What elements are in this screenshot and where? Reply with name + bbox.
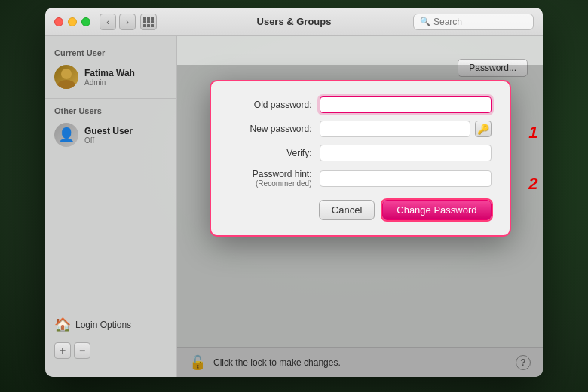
house-icon: 🏠 (54, 317, 71, 333)
user-info: Fatima Wah Admin (84, 68, 135, 87)
titlebar: ‹ › Users & Groups 🔍 (45, 8, 543, 36)
current-user-label: Current User (45, 45, 176, 60)
new-password-row: New password: 🔑 (229, 121, 492, 137)
guest-name: Guest User (84, 126, 133, 136)
user-name: Fatima Wah (84, 68, 135, 78)
content-area: Current User Fatima Wah Admin Other User… (45, 36, 543, 377)
verify-input[interactable] (320, 145, 492, 161)
login-options[interactable]: 🏠 Login Options (54, 312, 167, 338)
sidebar-actions: + − (54, 342, 167, 359)
old-password-label: Old password: (229, 100, 312, 110)
avatar (54, 65, 78, 89)
nav-buttons: ‹ › (100, 14, 136, 30)
key-button[interactable]: 🔑 (475, 121, 492, 137)
hint-label-group: Password hint: (Recommended) (229, 169, 312, 188)
add-user-button[interactable]: + (54, 342, 71, 359)
hint-row: Password hint: (Recommended) (229, 169, 492, 188)
search-input[interactable] (433, 17, 524, 27)
back-button[interactable]: ‹ (100, 14, 116, 30)
remove-user-button[interactable]: − (74, 342, 90, 359)
new-password-label: New password: (229, 124, 312, 134)
sidebar: Current User Fatima Wah Admin Other User… (45, 36, 177, 377)
verify-row: Verify: (229, 145, 492, 161)
annotation-1: 1 (528, 123, 537, 142)
change-password-button[interactable]: Change Password (382, 200, 491, 220)
hint-input[interactable] (320, 170, 492, 187)
grid-button[interactable] (140, 14, 157, 30)
new-password-input[interactable] (320, 121, 470, 137)
old-password-row: Old password: (229, 96, 492, 113)
main-panel: Password... Contacts Card: Open... Allow… (177, 36, 543, 377)
guest-status: Off (84, 136, 133, 145)
guest-user-item[interactable]: 👤 Guest User Off (45, 118, 176, 152)
user-role: Admin (84, 78, 135, 87)
maximize-button[interactable] (81, 17, 90, 26)
cancel-button[interactable]: Cancel (319, 200, 375, 220)
forward-button[interactable]: › (119, 14, 136, 30)
search-icon: 🔍 (420, 17, 430, 26)
verify-label: Verify: (229, 148, 312, 158)
sidebar-divider (45, 98, 176, 99)
svg-point-0 (61, 69, 72, 79)
search-bar[interactable]: 🔍 (413, 14, 534, 30)
minimize-button[interactable] (68, 17, 77, 26)
dialog-buttons: Cancel Change Password (229, 200, 492, 220)
dialog-overlay: 1 Old password: New password: � (177, 65, 543, 377)
guest-info: Guest User Off (84, 126, 133, 145)
other-users-label: Other Users (45, 103, 176, 118)
main-window: ‹ › Users & Groups 🔍 Current User (45, 8, 543, 377)
change-password-dialog: 1 Old password: New password: � (210, 80, 511, 237)
guest-avatar: 👤 (54, 123, 78, 147)
window-title: Users & Groups (257, 16, 332, 27)
old-password-input[interactable] (320, 96, 492, 113)
annotation-2: 2 (528, 174, 537, 194)
sidebar-bottom: 🏠 Login Options + − (45, 312, 176, 368)
login-options-label: Login Options (75, 320, 131, 330)
svg-point-1 (57, 80, 75, 89)
hint-sub-label: (Recommended) (256, 179, 311, 188)
close-button[interactable] (54, 17, 63, 26)
current-user-item[interactable]: Fatima Wah Admin (45, 60, 176, 93)
hint-label: Password hint: (253, 169, 312, 179)
grid-icon (143, 17, 154, 27)
dialog-fields: Old password: New password: 🔑 (229, 96, 492, 188)
traffic-lights (54, 17, 90, 26)
new-password-group: 🔑 (320, 121, 492, 137)
